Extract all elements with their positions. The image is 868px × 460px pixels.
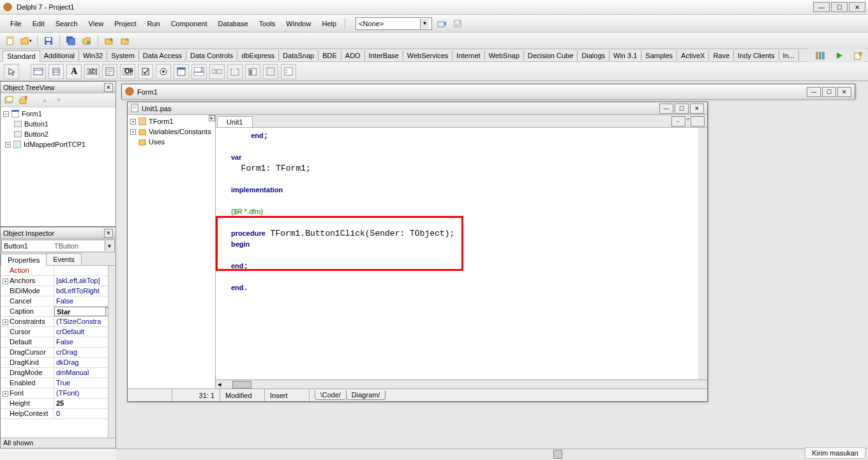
- menu-project[interactable]: Project: [109, 18, 141, 29]
- comp-panel[interactable]: [263, 64, 278, 79]
- ctab-ado[interactable]: ADO: [341, 50, 365, 61]
- prop-row[interactable]: CursorcrDefault: [1, 327, 116, 337]
- scroll-thumb[interactable]: [232, 381, 251, 388]
- comp-label[interactable]: A: [66, 64, 82, 79]
- ctab-system[interactable]: System: [107, 50, 139, 61]
- form-min-button[interactable]: —: [807, 87, 821, 97]
- code-editor[interactable]: end; var Form1: TForm1; implementation {…: [216, 128, 707, 379]
- removefile-button[interactable]: −: [118, 34, 132, 48]
- ctab-websnap[interactable]: WebSnap: [485, 50, 524, 61]
- menu-help[interactable]: Help: [317, 18, 341, 29]
- tv-down-button[interactable]: ▼: [53, 95, 64, 106]
- menu-edit[interactable]: Edit: [27, 18, 50, 29]
- inspector-object-selector[interactable]: Button1 TButton ▼: [1, 240, 115, 252]
- form-close-button[interactable]: ✕: [837, 87, 851, 97]
- ctab-bde[interactable]: BDE: [318, 50, 341, 61]
- ctab-dataaccess[interactable]: Data Access: [139, 50, 186, 61]
- comp-radiobutton[interactable]: [156, 64, 171, 79]
- ctab-win32[interactable]: Win32: [79, 50, 107, 61]
- code-explorer[interactable]: ▸ +TForm1 +Variables/Constants Uses: [128, 115, 216, 388]
- save-button[interactable]: [41, 34, 56, 48]
- treeview-close-button[interactable]: ✕: [104, 83, 113, 92]
- tv-tool2[interactable]: ×: [17, 95, 29, 106]
- run-button[interactable]: [832, 49, 846, 63]
- tree-item-button1[interactable]: Button1: [2, 119, 114, 129]
- prop-row[interactable]: EnabledTrue: [1, 378, 116, 388]
- comp-checkbox[interactable]: [138, 64, 153, 79]
- toolbar-icon-1[interactable]: [435, 17, 448, 30]
- prop-row[interactable]: DragKinddkDrag: [1, 358, 116, 368]
- tab-events[interactable]: Events: [46, 253, 82, 265]
- ctab-webservices[interactable]: WebServices: [403, 50, 453, 61]
- ctab-activex[interactable]: ActiveX: [677, 50, 709, 61]
- comp-button[interactable]: OK: [120, 64, 135, 79]
- tab-diagram[interactable]: Diagram/: [346, 390, 385, 400]
- inspector-grid[interactable]: Action+Anchors[akLeft,akTop]BiDiModebdLe…: [1, 266, 116, 438]
- prop-row[interactable]: DragModedmManual: [1, 368, 116, 378]
- pointer-tool[interactable]: [4, 64, 19, 79]
- comp-popupmenu[interactable]: [49, 64, 64, 79]
- feedback-button[interactable]: Kirim masukan: [805, 447, 865, 459]
- maximize-button[interactable]: ☐: [831, 2, 848, 12]
- menu-component[interactable]: Component: [166, 18, 213, 29]
- openproj-button[interactable]: [80, 34, 94, 48]
- treeview-body[interactable]: − Form1 Button1 Button2 + IdMappedPortTC…: [1, 107, 116, 226]
- workspace-h-scrollbar[interactable]: [116, 448, 868, 460]
- unit-tab[interactable]: Unit1: [217, 116, 253, 127]
- prop-row[interactable]: Action: [1, 266, 116, 276]
- tab-properties[interactable]: Properties: [1, 254, 47, 266]
- expand-icon[interactable]: −: [3, 111, 9, 117]
- prop-row[interactable]: BiDiModebdLeftToRight: [1, 286, 116, 296]
- menu-run[interactable]: Run: [142, 18, 165, 29]
- splitter-grip[interactable]: ▸: [209, 115, 215, 121]
- tab-code[interactable]: \Code/: [315, 390, 346, 400]
- comp-edit[interactable]: ab|: [84, 64, 100, 79]
- menu-window[interactable]: Window: [281, 18, 316, 29]
- close-button[interactable]: ✕: [849, 2, 865, 12]
- ctab-rave[interactable]: Rave: [709, 50, 734, 61]
- saveall-button[interactable]: [64, 34, 78, 48]
- comp-scrollbar[interactable]: [209, 64, 225, 79]
- scrollbar[interactable]: [108, 266, 116, 438]
- menu-file[interactable]: File: [5, 18, 27, 29]
- prop-row[interactable]: +Constraints(TSizeConstra: [1, 317, 116, 327]
- ctab-dbexpress[interactable]: dbExpress: [237, 50, 279, 61]
- prop-row[interactable]: CaptionStar…: [1, 307, 116, 317]
- pause-button[interactable]: [851, 49, 865, 63]
- ctab-samples[interactable]: Samples: [641, 50, 677, 61]
- new-button[interactable]: [3, 34, 17, 48]
- menu-search[interactable]: Search: [50, 18, 83, 29]
- prop-row[interactable]: DefaultFalse: [1, 337, 116, 348]
- comp-groupbox[interactable]: [227, 64, 243, 79]
- prop-row[interactable]: Height25: [1, 399, 116, 409]
- tv-up-button[interactable]: ▲: [39, 95, 50, 106]
- form-max-button[interactable]: ☐: [822, 87, 836, 97]
- comp-radiogroup[interactable]: [245, 64, 260, 79]
- menu-tools[interactable]: Tools: [254, 18, 281, 29]
- ctab-internet[interactable]: Internet: [453, 50, 484, 61]
- tree-item-idmapped[interactable]: + IdMappedPortTCP1: [2, 139, 114, 150]
- ctab-dialogs[interactable]: Dialogs: [578, 50, 610, 61]
- nav-back-button[interactable]: ←: [671, 116, 685, 126]
- ctab-datacontrols[interactable]: Data Controls: [186, 50, 237, 61]
- code-close-button[interactable]: ✕: [690, 103, 704, 114]
- ctab-indyclients[interactable]: Indy Clients: [734, 50, 779, 61]
- comp-combobox[interactable]: [191, 64, 207, 79]
- ctab-datasnap[interactable]: DataSnap: [279, 50, 318, 61]
- comp-mainmenu[interactable]: [31, 64, 46, 79]
- nav-fwd-button[interactable]: →: [691, 116, 705, 126]
- prop-row[interactable]: DragCursorcrDrag: [1, 348, 116, 358]
- ctab-additional[interactable]: Additional: [40, 50, 79, 61]
- comp-listbox[interactable]: [174, 64, 189, 79]
- tree-item-button2[interactable]: Button2: [2, 129, 114, 139]
- menu-database[interactable]: Database: [213, 18, 253, 29]
- open-button[interactable]: ▾: [19, 34, 33, 48]
- config-combo[interactable]: <None> ▼: [355, 17, 432, 30]
- inspector-close-button[interactable]: ✕: [104, 229, 113, 238]
- toolbar-icon-2[interactable]: [451, 17, 464, 30]
- prop-row[interactable]: +Font(TFont): [1, 388, 116, 399]
- prop-row[interactable]: HelpContext0: [1, 409, 116, 419]
- tv-tool1[interactable]: [3, 95, 15, 106]
- ctab-win31[interactable]: Win 3.1: [610, 50, 641, 61]
- prop-row[interactable]: +Anchors[akLeft,akTop]: [1, 276, 116, 286]
